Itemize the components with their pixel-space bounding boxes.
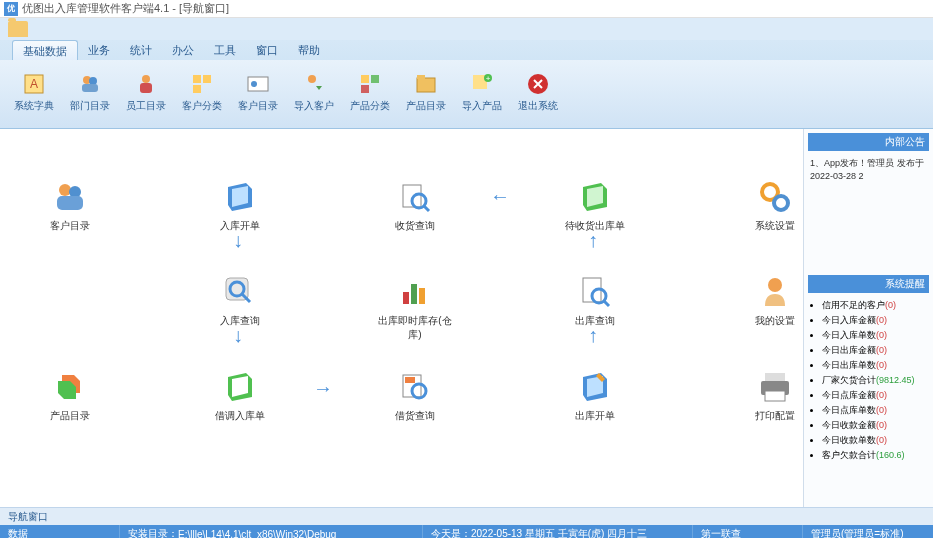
flow-myset[interactable]: 我的设置 <box>735 274 815 328</box>
flow-diagram: ↓ ↓ → ← ↑ ↑ 客户目录入库开单收货查询待收货出库单系统设置入库查询出库… <box>0 129 803 507</box>
outbound-icon <box>577 369 613 405</box>
reminder-item[interactable]: 客户欠款合计(160.6) <box>822 449 929 462</box>
svg-point-39 <box>768 278 782 292</box>
flow-label: 待收货出库单 <box>565 219 625 233</box>
svg-rect-43 <box>765 373 785 381</box>
svg-rect-24 <box>57 196 83 210</box>
reminder-item[interactable]: 今日入库单数(0) <box>822 329 929 342</box>
window-title: 优图出入库管理软件客户端4.1 - [导航窗口] <box>22 1 229 16</box>
flow-label: 我的设置 <box>755 314 795 328</box>
flow-label: 入库开单 <box>220 219 260 233</box>
ribbon-btn-2[interactable]: 员工目录 <box>120 68 172 120</box>
flow-label: 打印配置 <box>755 409 795 423</box>
ribbon-btn-1[interactable]: 部门目录 <box>64 68 116 120</box>
flow-label: 客户目录 <box>50 219 90 233</box>
svg-rect-33 <box>403 292 409 304</box>
ribbon-content: A系统字典部门目录员工目录客户分类客户目录导入客户产品分类产品目录+导入产品退出… <box>0 60 933 128</box>
flow-wait_rcv[interactable]: 待收货出库单 <box>555 179 635 233</box>
reminder-item[interactable]: 今日出库金额(0) <box>822 344 929 357</box>
ribbon-btn-icon <box>246 72 270 96</box>
ribbon-btn-5[interactable]: 导入客户 <box>288 68 340 120</box>
flow-rcv_query[interactable]: 收货查询 <box>375 179 455 233</box>
svg-rect-6 <box>140 83 152 93</box>
ribbon-btn-icon <box>526 72 550 96</box>
ribbon-btn-3[interactable]: 客户分类 <box>176 68 228 120</box>
svg-rect-17 <box>417 75 425 79</box>
reminder-item[interactable]: 信用不足的客户(0) <box>822 299 929 312</box>
reminder-item[interactable]: 今日收款金额(0) <box>822 419 929 432</box>
ribbon-tab-4[interactable]: 工具 <box>204 40 246 60</box>
borrow_in-icon <box>222 369 258 405</box>
ribbon-btn-8[interactable]: +导入产品 <box>456 68 508 120</box>
ribbon-btn-label: 部门目录 <box>70 99 110 113</box>
ribbon-tab-2[interactable]: 统计 <box>120 40 162 60</box>
status-link[interactable]: 第一联查 <box>693 525 803 538</box>
document-tab[interactable]: 导航窗口 <box>0 507 933 525</box>
folder-icon[interactable] <box>8 21 28 37</box>
ribbon-tab-6[interactable]: 帮助 <box>288 40 330 60</box>
ribbon-tab-1[interactable]: 业务 <box>78 40 120 60</box>
svg-rect-9 <box>193 85 201 93</box>
ribbon-tab-5[interactable]: 窗口 <box>246 40 288 60</box>
svg-line-27 <box>424 206 429 211</box>
ribbon-btn-icon: A <box>22 72 46 96</box>
reminder-item[interactable]: 今日出库单数(0) <box>822 359 929 372</box>
reminder-item[interactable]: 今日点库单数(0) <box>822 404 929 417</box>
flow-inbound[interactable]: 入库开单 <box>200 179 280 233</box>
ribbon-btn-9[interactable]: 退出系统 <box>512 68 564 120</box>
reminder-item[interactable]: 厂家欠货合计(9812.45) <box>822 374 929 387</box>
flow-inq[interactable]: 入库查询 <box>200 274 280 328</box>
flow-stock_stat[interactable]: 出库即时库存(仓库) <box>375 274 455 342</box>
flow-sysset[interactable]: 系统设置 <box>735 179 815 233</box>
flow-prod[interactable]: 产品目录 <box>30 369 110 423</box>
ribbon-btn-icon <box>78 72 102 96</box>
status-profile: 数据 <box>0 525 120 538</box>
svg-rect-4 <box>82 84 98 92</box>
flow-label: 出库开单 <box>575 409 615 423</box>
ribbon-btn-0[interactable]: A系统字典 <box>8 68 60 120</box>
ribbon-btn-label: 客户目录 <box>238 99 278 113</box>
sysset-icon <box>757 179 793 215</box>
ribbon-btn-4[interactable]: 客户目录 <box>232 68 284 120</box>
svg-point-12 <box>308 75 316 83</box>
ribbon-tab-0[interactable]: 基础数据 <box>12 40 78 60</box>
path-label: 安装目录： <box>128 527 178 538</box>
reminder-item[interactable]: 今日入库金额(0) <box>822 314 929 327</box>
ribbon-btn-label: 系统字典 <box>14 99 54 113</box>
myset-icon <box>757 274 793 310</box>
flow-outq[interactable]: 出库查询 <box>555 274 635 328</box>
ribbon-tab-3[interactable]: 办公 <box>162 40 204 60</box>
flow-print[interactable]: 打印配置 <box>735 369 815 423</box>
svg-point-11 <box>251 81 257 87</box>
flow-outbound[interactable]: 出库开单 <box>555 369 635 423</box>
flow-cust[interactable]: 客户目录 <box>30 179 110 233</box>
cust-icon <box>52 179 88 215</box>
ribbon-btn-label: 客户分类 <box>182 99 222 113</box>
ribbon-btn-icon <box>190 72 214 96</box>
svg-point-29 <box>774 196 788 210</box>
side-title-reminder: 系统提醒 <box>808 275 929 293</box>
status-today: 今天是： 2022-05-13 星期五 壬寅年(虎) 四月十三 <box>423 525 693 538</box>
flow-borrow_in[interactable]: 借调入库单 <box>200 369 280 423</box>
outq-icon <box>577 274 613 310</box>
ribbon-btn-icon <box>134 72 158 96</box>
flow-label: 出库即时库存(仓库) <box>375 314 455 342</box>
title-bar: 优 优图出入库管理软件客户端4.1 - [导航窗口] <box>0 0 933 18</box>
today-value: 2022-05-13 星期五 壬寅年(虎) 四月十三 <box>471 527 647 538</box>
svg-rect-35 <box>419 288 425 304</box>
ribbon-btn-7[interactable]: 产品目录 <box>400 68 452 120</box>
svg-rect-16 <box>417 78 435 92</box>
ribbon-btn-6[interactable]: 产品分类 <box>344 68 396 120</box>
reminder-item[interactable]: 今日收款单数(0) <box>822 434 929 447</box>
svg-rect-8 <box>203 75 211 83</box>
svg-rect-45 <box>765 391 785 401</box>
side-title-announce: 内部公告 <box>808 133 929 151</box>
flow-label: 出库查询 <box>575 314 615 328</box>
flow-label: 借调入库单 <box>215 409 265 423</box>
borrow_q-icon <box>397 369 433 405</box>
status-user: 管理员(管理员=标准) <box>803 525 933 538</box>
reminder-item[interactable]: 今日点库金额(0) <box>822 389 929 402</box>
status-path: 安装目录： E:\llle\L14\4.1\clt_x86\Win32\Debu… <box>120 525 423 538</box>
flow-borrow_q[interactable]: 借货查询 <box>375 369 455 423</box>
wait_rcv-icon <box>577 179 613 215</box>
